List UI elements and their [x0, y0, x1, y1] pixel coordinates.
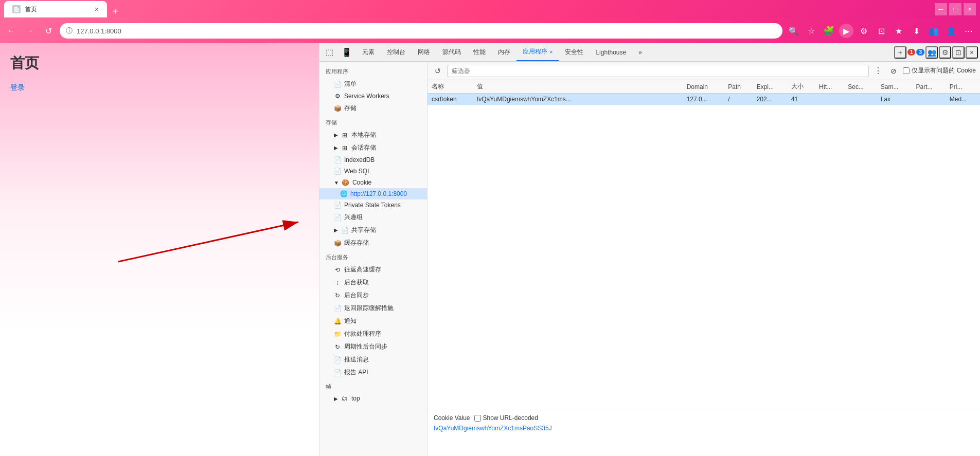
tab-console[interactable]: 控制台 — [381, 43, 412, 61]
show-issues-checkbox[interactable] — [903, 67, 910, 74]
browser-tab-active[interactable]: 📄 首页 × — [4, 1, 107, 17]
devtools-panel: ⬚ 📱 元素 控制台 网络 源代码 性能 内存 应用程序 × 安全性 Light… — [319, 43, 980, 456]
sidebar-item-session-storage[interactable]: ▶ ⊞ 会话存储 — [319, 141, 427, 154]
sidebar-item-local-storage[interactable]: ▶ ⊞ 本地存储 — [319, 129, 427, 141]
delete-cookies-button[interactable]: ⊘ — [887, 65, 900, 77]
bookmark-icon[interactable]: ★ — [892, 24, 906, 38]
show-url-decoded-checkbox[interactable] — [474, 415, 481, 422]
close-window-button[interactable]: × — [964, 3, 976, 15]
filter-options-button[interactable]: ⋮ — [872, 65, 884, 77]
col-samesite[interactable]: Sam... — [877, 80, 912, 94]
sidebar-item-manifest[interactable]: 📄 清单 — [319, 78, 427, 90]
col-name[interactable]: 名称 — [427, 80, 473, 94]
sidebar-item-bg-fetch[interactable]: ↕ 后台获取 — [319, 276, 427, 289]
storage-icon: 📦 — [334, 105, 341, 112]
col-priority[interactable]: Pri... — [946, 80, 980, 94]
show-url-decoded-label[interactable]: Show URL-decoded — [474, 414, 538, 422]
media-icon[interactable]: ▶ — [839, 24, 853, 38]
table-row[interactable]: csrftoken IvQaYuMDgiemswhYomZXc1ms... 12… — [427, 94, 980, 105]
tab-more[interactable]: » — [632, 43, 648, 61]
col-partitioned[interactable]: Part... — [912, 80, 946, 94]
tab-elements[interactable]: 元素 — [356, 43, 381, 61]
sidebar-item-interest-groups[interactable]: 📄 兴趣组 — [319, 211, 427, 224]
sidebar-item-top-frame[interactable]: ▶ 🗂 top — [319, 393, 427, 404]
collab-icon[interactable]: 👥 — [926, 24, 941, 38]
tab-lighthouse[interactable]: Lighthouse — [590, 43, 632, 61]
tab-inspect-icon[interactable]: ⬚ — [322, 43, 337, 61]
cell-path: / — [724, 94, 752, 105]
tab-title: 首页 — [25, 5, 37, 14]
menu-button[interactable]: ⋯ — [961, 24, 976, 38]
push-icon: 📄 — [334, 356, 341, 363]
sidebar-item-storage-main[interactable]: 📦 存储 — [319, 102, 427, 115]
tab-network[interactable]: 网络 — [412, 43, 436, 61]
sidebar-item-cookie[interactable]: ▼ 🍪 Cookie — [319, 177, 427, 188]
tab-close-button[interactable]: × — [95, 5, 99, 13]
sidebar-item-private-state[interactable]: 📄 Private State Tokens — [319, 199, 427, 211]
show-issues-checkbox-container[interactable]: 仅显示有问题的 Cookie — [903, 66, 976, 75]
devtools-close-icon[interactable]: × — [966, 46, 978, 59]
sidebar-item-bg-sync[interactable]: ↻ 后台同步 — [319, 289, 427, 302]
devtools-collab-icon[interactable]: 👥 — [925, 46, 938, 59]
sync-icon[interactable]: ⊡ — [874, 24, 888, 38]
session-storage-arrow: ▶ — [334, 145, 338, 151]
col-value[interactable]: 值 — [473, 80, 683, 94]
sidebar-item-push-msg[interactable]: 📄 推送消息 — [319, 353, 427, 366]
sidebar-item-reporting-api[interactable]: 📄 报告 API — [319, 366, 427, 379]
sidebar-item-cache-storage[interactable]: 📦 缓存存储 — [319, 236, 427, 249]
login-link[interactable]: 登录 — [10, 83, 25, 92]
sidebar-item-indexeddb[interactable]: 📄 IndexedDB — [319, 154, 427, 166]
refresh-button[interactable]: ↺ — [41, 24, 56, 38]
cookie-toolbar: ↺ ⋮ ⊘ 仅显示有问题的 Cookie — [427, 62, 980, 80]
devtools-dock-icon[interactable]: ⊡ — [952, 46, 965, 59]
col-secure[interactable]: Sec... — [844, 80, 876, 94]
tab-memory[interactable]: 内存 — [492, 43, 516, 61]
tab-security[interactable]: 安全性 — [559, 43, 590, 61]
cookie-url-icon: 🌐 — [340, 190, 347, 197]
extension-icon[interactable]: 🧩 — [822, 24, 836, 38]
tab-sources[interactable]: 源代码 — [436, 43, 467, 61]
cell-partitioned — [912, 94, 946, 105]
new-panel-button[interactable]: + — [894, 46, 906, 59]
profile-icon[interactable]: 👤 — [944, 24, 958, 38]
sidebar-item-periodic-sync[interactable]: ↻ 周期性后台同步 — [319, 340, 427, 353]
tab-device-icon[interactable]: 📱 — [337, 43, 356, 61]
maximize-button[interactable]: □ — [949, 3, 961, 15]
sidebar-item-service-workers[interactable]: ⚙ Service Workers — [319, 90, 427, 102]
address-right-icons: 🔍 ☆ 🧩 ▶ ⚙ ⊡ ★ ⬇ 👥 👤 ⋯ — [787, 24, 976, 38]
search-icon[interactable]: 🔍 — [787, 24, 801, 38]
sidebar-item-payment-handler[interactable]: 📁 付款处理程序 — [319, 327, 427, 340]
tab-favicon: 📄 — [12, 5, 21, 13]
address-input-container[interactable]: ⓘ 127.0.0.1:8000 — [60, 23, 782, 39]
tab-application-close[interactable]: × — [549, 49, 553, 55]
devtools-main-panel: ↺ ⋮ ⊘ 仅显示有问题的 Cookie — [427, 62, 980, 456]
main-area: 首页 登录 ⬚ 📱 元素 控制台 网络 源 — [0, 43, 980, 456]
sidebar-item-back-fwd-cache[interactable]: ⟲ 往返高速缓存 — [319, 263, 427, 276]
col-expiry[interactable]: Expi... — [753, 80, 787, 94]
bounce-label: 退回跟踪缓解措施 — [344, 304, 394, 313]
notif-icon: 🔔 — [334, 318, 341, 325]
col-httponly[interactable]: Htt... — [815, 80, 844, 94]
downloads-icon[interactable]: ⬇ — [909, 24, 923, 38]
sidebar-item-websql[interactable]: 📄 Web SQL — [319, 166, 427, 177]
sidebar-item-shared-storage[interactable]: ▶ 📄 共享存储 — [319, 224, 427, 236]
col-path[interactable]: Path — [724, 80, 752, 94]
address-text: 127.0.0.1:8000 — [77, 27, 121, 35]
sidebar-item-cookie-url[interactable]: 🌐 http://127.0.0.1:8000 — [319, 188, 427, 199]
minimize-button[interactable]: ─ — [935, 3, 947, 15]
forward-button[interactable]: → — [23, 24, 37, 38]
star-icon[interactable]: ☆ — [804, 24, 818, 38]
refresh-cookies-button[interactable]: ↺ — [432, 65, 444, 77]
col-size[interactable]: 大小 — [787, 80, 815, 94]
cookie-filter-input[interactable] — [447, 65, 869, 77]
tab-performance[interactable]: 性能 — [467, 43, 492, 61]
tab-application[interactable]: 应用程序 × — [516, 43, 559, 61]
sidebar-item-bounce-tracking[interactable]: 📄 退回跟踪缓解措施 — [319, 302, 427, 315]
devtools-settings-icon[interactable]: ⚙ — [939, 46, 951, 59]
sw-icon: ⚙ — [334, 93, 341, 100]
sidebar-item-notifications[interactable]: 🔔 通知 — [319, 315, 427, 327]
back-button[interactable]: ← — [4, 24, 19, 38]
customize-icon[interactable]: ⚙ — [857, 24, 871, 38]
new-tab-button[interactable]: + — [108, 6, 122, 17]
col-domain[interactable]: Domain — [683, 80, 724, 94]
